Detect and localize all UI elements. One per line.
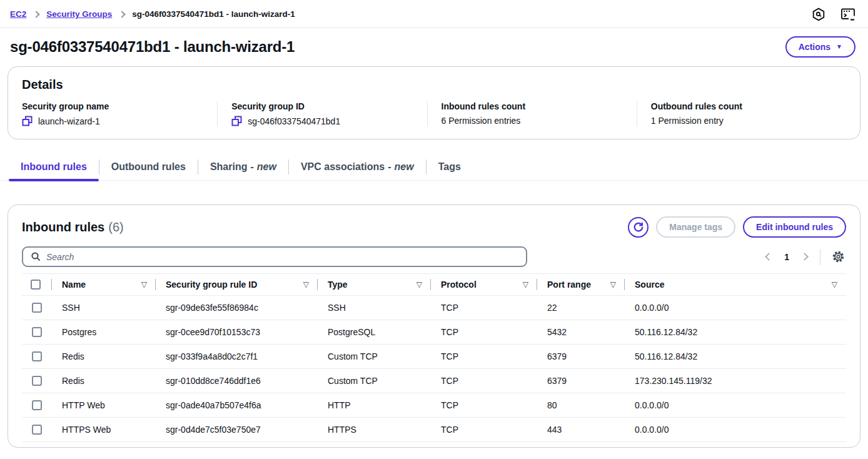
cell-source: 0.0.0.0/0 xyxy=(625,400,846,410)
field-inbound-rules-count: Inbound rules count 6 Permission entries xyxy=(427,101,637,126)
cell-rule-id: sgr-0d4de7c5f03e750e7 xyxy=(156,425,318,435)
cell-protocol: TCP xyxy=(431,303,537,313)
tab-outbound-rules[interactable]: Outbound rules xyxy=(99,153,198,181)
cell-port-range: 5432 xyxy=(537,327,625,337)
edit-inbound-rules-button[interactable]: Edit inbound rules xyxy=(743,216,846,238)
row-checkbox[interactable] xyxy=(32,327,42,337)
cell-type: SSH xyxy=(318,303,431,313)
cloudshell-icon[interactable] xyxy=(839,6,857,23)
column-header-protocol: Protocol xyxy=(441,280,477,290)
cell-type: PostgreSQL xyxy=(318,327,431,337)
copy-icon[interactable] xyxy=(22,116,33,126)
tab-tags[interactable]: Tags xyxy=(426,153,473,181)
search-input[interactable] xyxy=(46,252,518,262)
cell-port-range: 443 xyxy=(537,425,625,435)
cell-name: HTTP Web xyxy=(52,400,156,410)
tab-vpc-associations[interactable]: VPC associations-new xyxy=(289,153,426,181)
cell-name: Postgres xyxy=(52,327,156,337)
copy-icon[interactable] xyxy=(231,116,242,126)
column-header-source: Source xyxy=(635,280,664,290)
cell-protocol: TCP xyxy=(431,351,537,361)
cell-rule-id: sgr-09de63fe55f86984c xyxy=(156,303,318,313)
cell-name: Redis xyxy=(52,351,156,361)
row-checkbox[interactable] xyxy=(32,351,42,361)
cell-source: 50.116.12.84/32 xyxy=(625,351,846,361)
search-icon xyxy=(31,251,41,262)
panel-title: Inbound rules(6) xyxy=(22,220,124,235)
cell-protocol: TCP xyxy=(431,425,537,435)
filter-icon[interactable]: ▽ xyxy=(303,280,309,289)
details-heading: Details xyxy=(22,78,846,92)
cell-name: Redis xyxy=(52,376,156,386)
table-row[interactable]: Postgres sgr-0cee9d70f10153c73 PostgreSQ… xyxy=(22,320,846,345)
filter-icon[interactable]: ▽ xyxy=(141,280,147,289)
cell-source: 0.0.0.0/0 xyxy=(625,425,846,435)
breadcrumb-link-ec2[interactable]: EC2 xyxy=(10,9,26,19)
field-security-group-id: Security group ID sg-046f0337540471bd1 xyxy=(217,101,426,126)
table-row[interactable]: SSH sgr-09de63fe55f86984c SSH TCP 22 0.0… xyxy=(22,296,846,320)
field-outbound-rules-count: Outbound rules count 1 Permission entry xyxy=(637,101,846,126)
field-security-group-name: Security group name launch-wizard-1 xyxy=(22,101,217,126)
cell-port-range: 80 xyxy=(537,400,625,410)
new-badge: new xyxy=(257,161,276,173)
search-box xyxy=(22,246,527,267)
cell-source: 173.230.145.119/32 xyxy=(625,376,846,386)
outbound-rules-count-value: 1 Permission entry xyxy=(651,116,724,126)
cell-source: 0.0.0.0/0 xyxy=(625,303,846,313)
security-group-id-value: sg-046f0337540471bd1 xyxy=(248,116,340,126)
breadcrumb: EC2 Security Groups sg-046f0337540471bd1… xyxy=(10,9,295,19)
cell-port-range: 22 xyxy=(537,303,625,313)
row-checkbox[interactable] xyxy=(32,303,42,313)
column-header-name: Name xyxy=(62,280,86,290)
cell-protocol: TCP xyxy=(431,400,537,410)
next-page-button[interactable] xyxy=(799,251,810,262)
cell-rule-id: sgr-033f9a4a8d0c2c7f1 xyxy=(156,351,318,361)
table-row[interactable]: Redis sgr-010dd8ce746ddf1e6 Custom TCP T… xyxy=(22,369,846,393)
cell-port-range: 6379 xyxy=(537,351,625,361)
table-row[interactable]: HTTPS Web sgr-0d4de7c5f03e750e7 HTTPS TC… xyxy=(22,418,846,442)
breadcrumb-link-security-groups[interactable]: Security Groups xyxy=(46,9,112,19)
filter-icon[interactable]: ▽ xyxy=(416,280,422,289)
cell-protocol: TCP xyxy=(431,327,537,337)
cell-type: Custom TCP xyxy=(318,351,431,361)
row-checkbox[interactable] xyxy=(32,425,42,435)
cell-type: HTTPS xyxy=(318,425,431,435)
cell-protocol: TCP xyxy=(431,376,537,386)
actions-button[interactable]: Actions ▼ xyxy=(785,36,855,58)
cell-rule-id: sgr-0ade40a7b507e4f6a xyxy=(156,400,318,410)
row-checkbox[interactable] xyxy=(32,376,42,386)
column-header-rule-id: Security group rule ID xyxy=(166,280,257,290)
table-row[interactable]: Redis sgr-033f9a4a8d0c2c7f1 Custom TCP T… xyxy=(22,345,846,369)
cell-name: SSH xyxy=(52,303,156,313)
divider xyxy=(820,249,820,265)
column-header-type: Type xyxy=(328,280,348,290)
previous-page-button[interactable] xyxy=(764,251,774,262)
column-header-port-range: Port range xyxy=(547,280,591,290)
tab-bar: Inbound rules Outbound rules Sharing-new… xyxy=(0,153,868,181)
cell-source: 50.116.12.84/32 xyxy=(625,327,846,337)
breadcrumb-current: sg-046f0337540471bd1 - launch-wizard-1 xyxy=(132,9,295,19)
amazon-q-icon[interactable] xyxy=(810,6,827,23)
cell-type: HTTP xyxy=(318,400,431,410)
page-title: sg-046f0337540471bd1 - launch-wizard-1 xyxy=(10,38,295,56)
details-card: Details Security group name launch-wizar… xyxy=(8,66,860,139)
filter-icon[interactable]: ▽ xyxy=(832,280,837,289)
chevron-right-icon xyxy=(33,11,40,18)
tab-inbound-rules[interactable]: Inbound rules xyxy=(9,153,99,181)
filter-icon[interactable]: ▽ xyxy=(523,280,528,289)
refresh-button[interactable] xyxy=(628,217,648,238)
select-all-checkbox[interactable] xyxy=(31,280,41,290)
cell-name: HTTPS Web xyxy=(52,425,156,435)
settings-gear-icon[interactable] xyxy=(830,249,846,265)
table-body: SSH sgr-09de63fe55f86984c SSH TCP 22 0.0… xyxy=(8,296,860,442)
new-badge: new xyxy=(395,161,414,173)
filter-icon[interactable]: ▽ xyxy=(610,280,616,289)
table-row[interactable]: HTTP Web sgr-0ade40a7b507e4f6a HTTP TCP … xyxy=(22,393,846,418)
security-group-name-value: launch-wizard-1 xyxy=(38,116,100,126)
page-number[interactable]: 1 xyxy=(784,252,789,262)
manage-tags-button[interactable]: Manage tags xyxy=(656,216,735,238)
row-checkbox[interactable] xyxy=(32,400,42,410)
cell-port-range: 6379 xyxy=(537,376,625,386)
inbound-rules-panel: Inbound rules(6) Manage tags Edit inboun… xyxy=(8,204,860,448)
tab-sharing[interactable]: Sharing-new xyxy=(198,153,288,181)
